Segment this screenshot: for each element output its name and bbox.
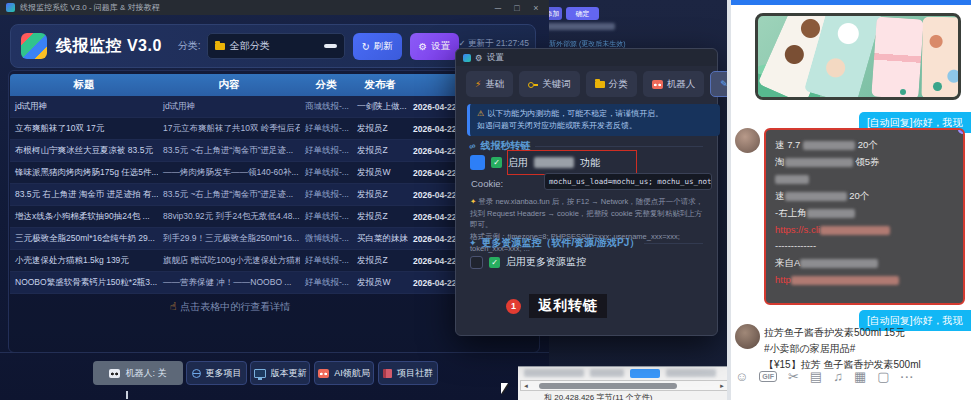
warning-line1: 以下功能为内测功能，可能不稳定，请谨慎开启。 (487, 109, 663, 118)
more-icon[interactable]: ··· (901, 371, 915, 383)
decor-ball (933, 82, 942, 91)
refresh-label: 刷新 (374, 40, 393, 53)
tab-robot[interactable]: 机器人 (643, 71, 705, 97)
censored-block (524, 369, 584, 377)
dropdown-dash-icon (324, 44, 337, 48)
cell-publisher: 发报员Z (352, 189, 408, 201)
gear-icon: ⚙ (475, 53, 483, 63)
settings-button[interactable]: ⚙ 设置 (410, 33, 460, 60)
hint-text: 点击表格中的行查看详情 (180, 301, 290, 312)
forwarded-deal-bubble[interactable]: 速 7.7 20个 淘 领5券 速 20个 -右上角 https://s.cli… (764, 128, 965, 305)
music-icon[interactable]: ♫ (833, 369, 843, 384)
ai-button[interactable]: AI领航局 (314, 361, 374, 385)
screenshot-stage: 添加 确定 刷新外部源 (更改后未生效) 线报监控系统 V3.0 - 问题库 &… (0, 0, 971, 400)
scroll-right-icon[interactable]: ► (717, 383, 727, 389)
tab-label: 基础 (485, 78, 504, 91)
refresh-button[interactable]: ↻ 刷新 (353, 33, 402, 60)
deal-link[interactable]: https://s.cli (775, 222, 954, 239)
cell-content: jd试用神 (158, 101, 300, 113)
version-update-button[interactable]: 版本更新 (250, 361, 310, 385)
robot-icon (318, 369, 329, 378)
cell-title: 增达x线条小狗棉柔软抽90抽24包 ... (10, 211, 158, 223)
scroll-left-icon[interactable]: ◄ (521, 383, 531, 389)
tip-line1: 登录 new.xianbao.fun 后，按 F12 → Network，随便点… (478, 197, 703, 206)
window-icon[interactable]: ▢ (877, 369, 889, 384)
taskbar-divider (126, 391, 128, 399)
cell-title: 小壳速保处方猫粮1.5kg 139元 (10, 255, 158, 267)
deal-line: 速 7.7 20个 (775, 137, 954, 154)
robot-icon (109, 369, 120, 378)
selected-item-highlight[interactable] (630, 369, 660, 378)
cell-publisher: 发报员Z (352, 145, 408, 157)
deal-line: 淘 领5券 (775, 154, 954, 171)
col-header-title[interactable]: 标题 (10, 78, 158, 92)
robot-toggle-label: 机器人: 关 (125, 367, 166, 380)
gif-icon[interactable]: GIF (759, 371, 777, 382)
smiley-icon[interactable]: ☺ (735, 369, 748, 384)
col-header-content[interactable]: 内容 (158, 78, 300, 92)
horizontal-scrollbar[interactable]: ◄ ► (520, 380, 728, 391)
tab-basic[interactable]: ⚡ 基础 (466, 71, 513, 97)
message-line: #小卖部の家居用品# (764, 341, 969, 357)
community-button[interactable]: 项目社群 (378, 361, 438, 385)
main-titlebar: 线报监控系统 V3.0 - 问题库 & 对接教程 ─ □ × (0, 0, 549, 15)
close-icon[interactable]: × (529, 3, 543, 13)
cell-category: 好单线报-... (300, 167, 352, 179)
chat-toolbar: ☺ GIF ✂ ▤ ♫ ▦ ▢ ··· (735, 369, 915, 384)
cell-title: 立布爽船袜了10双 17元 (10, 123, 158, 135)
robot-toggle-button[interactable]: 机器人: 关 (93, 361, 183, 385)
key-icon (528, 80, 538, 88)
deal-line: -右上角 (775, 205, 954, 222)
cell-title: jd试用神 (10, 101, 158, 113)
folder-icon (595, 81, 605, 88)
tab-keywords[interactable]: 关键词 (519, 71, 580, 97)
tip-line2: 找到 Request Headers → cookie，把整段 cookie 完… (470, 209, 702, 230)
cell-publisher: 发报员W (352, 277, 408, 289)
cell-category: 好单线报-... (300, 189, 352, 201)
cell-content: 83.5元 ~右上角进“淘金币”进足迹... (158, 145, 300, 157)
col-header-category[interactable]: 分类 (300, 78, 352, 92)
avatar[interactable] (735, 324, 760, 349)
minimize-icon[interactable]: ─ (491, 3, 505, 13)
checked-checkbox-icon[interactable]: ✓ (491, 157, 502, 168)
cell-content: 旗舰店 赠试吃100g小壳速保处方猫粮... (158, 255, 300, 267)
checked-checkbox-icon[interactable]: ✓ (489, 257, 500, 268)
avatar[interactable] (735, 128, 760, 153)
scrollbar-thumb[interactable] (539, 383, 677, 389)
deal-link[interactable]: http (775, 272, 954, 289)
toggle-checkbox[interactable] (470, 155, 485, 170)
picture-icon[interactable]: ▦ (854, 369, 866, 384)
cell-title: 三元极致全脂250ml*16盒纯牛奶 29... (10, 233, 158, 245)
warning-icon: ⚠ (477, 109, 484, 118)
cookie-input[interactable]: mochu_us_load=mochu_us; mochu_us_notice (544, 173, 712, 190)
deal-divider: ------------- (775, 238, 954, 255)
folder-icon[interactable]: ▤ (810, 369, 822, 384)
tab-label: 分类 (609, 78, 628, 91)
cookie-label: Cookie: (471, 178, 503, 189)
maximize-icon[interactable]: □ (510, 3, 524, 13)
cell-content: 83.5元 ~右上角进“淘金币”进足迹... (158, 189, 300, 201)
chat-top-accent-bar (731, 0, 971, 5)
dialog-titlebar: ⚙ 设置 (456, 49, 717, 66)
cell-content: 到手29.9！三元极致全脂250ml*16... (158, 233, 300, 245)
unchecked-checkbox[interactable] (470, 256, 483, 269)
app-title: 线报监控 V3.0 (56, 36, 162, 57)
cell-title: 83.5元 右上角进 淘金币 进足迹拍 有... (10, 189, 158, 201)
chat-image-message[interactable] (755, 13, 961, 100)
footer-divider (0, 352, 549, 353)
bulb-icon: ✦ (470, 197, 476, 206)
scissors-icon[interactable]: ✂ (788, 369, 799, 384)
tab-category[interactable]: 分类 (586, 71, 637, 97)
category-label: 分类: (178, 39, 201, 53)
puzzle-icon: ✦ (469, 238, 477, 248)
more-projects-button[interactable]: 更多项目 (186, 361, 247, 385)
message-line: 拉芳鱼子酱香护发素500ml 15元 (764, 325, 969, 341)
confirm-button[interactable]: 确定 (566, 7, 599, 20)
cell-content: ——营养保健 冲！——NOOBO ... (158, 277, 300, 289)
category-dropdown[interactable]: 全部分类 (207, 33, 345, 59)
col-header-publisher[interactable]: 发布者 (352, 78, 408, 92)
ai-label: AI领航局 (334, 367, 370, 380)
cell-publisher: 发报员W (352, 167, 408, 179)
dialog-app-icon (463, 54, 471, 62)
robot-icon (652, 80, 663, 89)
